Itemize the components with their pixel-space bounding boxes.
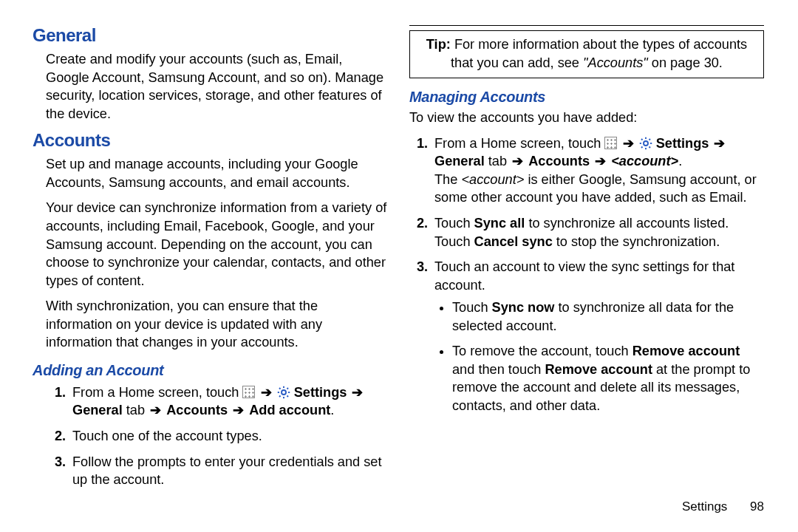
footer-section: Settings (682, 499, 727, 514)
adding-step-1: 1. From a Home screen, touch ➔ Settings … (55, 383, 387, 420)
arrow-icon: ➔ (712, 136, 726, 151)
arrow-icon: ➔ (231, 403, 245, 417)
svg-line-6 (287, 395, 288, 397)
heading-accounts: Accounts (33, 130, 387, 151)
arrow-icon: ➔ (621, 136, 635, 151)
svg-point-9 (644, 141, 648, 146)
heading-general: General (33, 25, 387, 46)
tip-box: Tip: For more information about the type… (409, 30, 764, 78)
managing-step-3-bullets: Touch Sync now to synchronize all data f… (452, 299, 764, 415)
heading-managing-accounts: Managing Accounts (409, 89, 764, 106)
settings-gear-icon (277, 386, 290, 399)
arrow-icon: ➔ (593, 154, 607, 168)
page-columns: General Create and modify your accounts … (0, 0, 798, 497)
apps-grid-icon (604, 137, 617, 149)
settings-gear-icon (639, 137, 652, 150)
svg-line-17 (649, 139, 650, 140)
para-general: Create and modify your accounts (such as… (46, 50, 387, 123)
svg-line-7 (279, 395, 281, 397)
para-accounts-3: With synchronization, you can ensure tha… (46, 297, 387, 352)
svg-line-14 (641, 139, 643, 140)
adding-steps: 1. From a Home screen, touch ➔ Settings … (55, 383, 387, 489)
left-column: General Create and modify your accounts … (33, 25, 387, 497)
managing-steps: 1. From a Home screen, touch ➔ Settings … (417, 134, 764, 415)
para-accounts-1: Set up and manage accounts, including yo… (46, 155, 387, 191)
arrow-icon: ➔ (350, 385, 364, 400)
arrow-icon: ➔ (149, 403, 163, 417)
heading-adding-account: Adding an Account (33, 362, 387, 379)
managing-step-3: 3. Touch an account to view the sync set… (417, 258, 764, 415)
adding-step-2: 2.Touch one of the account types. (55, 427, 387, 446)
arrow-icon: ➔ (259, 385, 273, 400)
bullet-sync-now: Touch Sync now to synchronize all data f… (452, 299, 764, 335)
footer-page-number: 98 (750, 499, 764, 514)
page-footer: Settings 98 (682, 499, 764, 514)
bullet-remove-account: To remove the account, touch Remove acco… (452, 342, 764, 415)
svg-line-15 (649, 146, 650, 148)
adding-step-3: 3.Follow the prompts to enter your crede… (55, 453, 387, 489)
right-column: Tip: For more information about the type… (409, 25, 764, 497)
svg-line-5 (279, 388, 281, 389)
arrow-icon: ➔ (511, 154, 525, 168)
svg-line-8 (287, 388, 288, 389)
tip-top-rule (409, 25, 764, 26)
svg-line-16 (641, 146, 643, 148)
managing-step-1: 1. From a Home screen, touch ➔ Settings … (417, 134, 764, 207)
managing-step-2: 2. Touch Sync all to synchronize all acc… (417, 214, 764, 250)
apps-grid-icon (242, 386, 255, 398)
managing-intro: To view the accounts you have added: (409, 109, 764, 127)
para-accounts-2: Your device can synchronize information … (46, 199, 387, 290)
svg-point-0 (282, 390, 286, 395)
